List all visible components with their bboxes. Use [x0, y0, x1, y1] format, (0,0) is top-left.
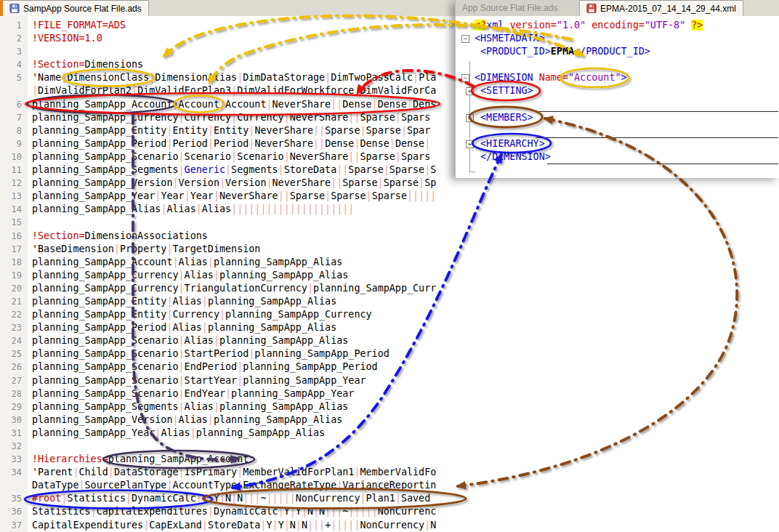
code-line[interactable]: 21planning_SampApp_Entity|Alias|planning…: [0, 295, 471, 308]
code-line[interactable]: + <SETTING>: [456, 84, 779, 97]
code-line[interactable]: 19planning_SampApp_Currency|Alias|planni…: [0, 269, 471, 282]
code-line[interactable]: −<DIMENSION Name="Account">: [456, 71, 779, 84]
line-number: 4: [0, 58, 32, 71]
line-number: 25: [0, 347, 32, 360]
line-number: 27: [0, 374, 32, 387]
collapsed-fold-line-members: [536, 137, 778, 138]
tab-sampapp-source-flat-file[interactable]: SampApp Source Flat File.ads: [3, 0, 149, 16]
code-line[interactable]: 12planning_SampApp_Version|Version|Versi…: [0, 177, 471, 190]
line-number: 36: [0, 505, 32, 518]
code-line[interactable]: 36Statistics|CapitalExpenditures|Dynamic…: [0, 505, 471, 518]
code-line[interactable]: 22planning_SampApp_Entity|Currency|plann…: [0, 308, 471, 321]
code-line[interactable]: 11planning_SampApp_Segments|Generic|Segm…: [0, 164, 471, 177]
floppy-unsaved-icon: [586, 4, 597, 13]
code-line[interactable]: 24planning_SampApp_Scenario|Alias|planni…: [0, 334, 471, 347]
line-number: 2: [0, 32, 32, 45]
tab-label: EPMA-2015_07_14_14_29_44.xml: [600, 4, 736, 14]
code-line[interactable]: 16!Section=DimensionAssociations: [0, 230, 471, 243]
tab-app-source-flat-file[interactable]: App Source Flat File.ads: [456, 0, 580, 16]
line-number: 21: [0, 295, 32, 308]
code-line[interactable]: 13planning_SampApp_Year|Year|Year|NeverS…: [0, 190, 471, 203]
code-line[interactable]: 31planning_SampApp_Year|Alias|planning_S…: [0, 427, 471, 440]
code-line[interactable]: 3: [0, 45, 471, 58]
code-line[interactable]: 5'Name|DimensionClass|DimensionAlias|Dim…: [0, 71, 471, 84]
code-line[interactable]: 2!VERSION=1.0: [0, 32, 471, 45]
line-number: 1: [0, 19, 32, 32]
collapsed-fold-line-hierarchy: [547, 164, 778, 164]
line-number: 17: [0, 243, 32, 256]
collapsed-fold-line-setting: [536, 111, 778, 112]
code-line[interactable]: 35#root|Statistics|DynamicCalc|Y|Y|N|N||…: [0, 492, 471, 505]
line-number: 11: [0, 164, 32, 177]
code-line[interactable]: 33!Hierarchies=planning_SampApp_Account: [0, 453, 471, 466]
line-number: 37: [0, 519, 32, 532]
line-number: 19: [0, 269, 32, 282]
code-line[interactable]: 6planning_SampApp_Account|Account|Accoun…: [0, 98, 471, 111]
tab-label: SampApp Source Flat File.ads: [23, 4, 142, 14]
code-line[interactable]: 37CapitalExpenditures|CapExLand|StoreDat…: [0, 519, 471, 532]
code-line[interactable]: 28planning_SampApp_Scenario|EndYear|plan…: [0, 387, 471, 400]
code-line[interactable]: 14planning_SampApp_Alias|Alias|Alias||||…: [0, 203, 471, 216]
line-number: 33: [0, 453, 32, 466]
code-line[interactable]: 7planning_SampApp_Currency|Currency|Curr…: [0, 111, 471, 124]
code-line[interactable]: [456, 98, 779, 111]
code-line[interactable]: + <MEMBERS>: [456, 111, 779, 124]
line-number: 7: [0, 111, 32, 124]
code-line[interactable]: 29planning_SampApp_Segments|Alias|planni…: [0, 400, 471, 414]
floppy-saved-icon: [9, 4, 20, 13]
right-tab-bar: App Source Flat File.ads EPMA-2015_07_14…: [456, 0, 779, 17]
line-number: 3: [0, 45, 32, 58]
line-number: 34: [0, 466, 32, 479]
fold-guide-corner: [469, 172, 475, 172]
code-line[interactable]: [456, 58, 779, 71]
code-line[interactable]: 18planning_SampApp_Account|Alias|plannin…: [0, 256, 471, 269]
line-number: 26: [0, 360, 32, 374]
line-number: 23: [0, 321, 32, 334]
xml-code-area[interactable]: <?xml version="1.0" encoding="UTF-8" ?>−…: [456, 16, 779, 178]
code-line[interactable]: <PRODUCT_ID>EPMA</PRODUCT_ID>: [456, 45, 779, 58]
line-number: 30: [0, 414, 32, 427]
line-number: 32: [0, 440, 32, 453]
code-line[interactable]: 20planning_SampApp_Currency|Triangulatio…: [0, 282, 471, 295]
fold-expand-toggle[interactable]: +: [466, 87, 474, 95]
line-number: 31: [0, 427, 32, 440]
line-number: 5: [0, 71, 32, 84]
line-number: 22: [0, 308, 32, 321]
code-line[interactable]: 32: [0, 440, 471, 453]
line-number: 12: [0, 177, 32, 190]
line-number: 20: [0, 282, 32, 295]
code-line[interactable]: 27planning_SampApp_Scenario|StartYear|pl…: [0, 374, 471, 387]
code-line[interactable]: <?xml version="1.0" encoding="UTF-8" ?>: [456, 19, 779, 32]
line-number: 29: [0, 400, 32, 414]
tab-epma-xml[interactable]: EPMA-2015_07_14_14_29_44.xml: [580, 0, 743, 16]
code-line[interactable]: 17'BaseDimension|Property|TargetDimensio…: [0, 243, 471, 256]
code-line[interactable]: 23planning_SampApp_Period|Alias|planning…: [0, 321, 471, 334]
line-number: 24: [0, 334, 32, 347]
flat-file-editor-window: SampApp Source Flat File.ads 1!FILE_FORM…: [0, 0, 471, 532]
code-line[interactable]: [456, 124, 779, 137]
code-line[interactable]: 1!FILE_FORMAT=ADS: [0, 19, 471, 32]
code-line[interactable]: 15: [0, 216, 471, 229]
ads-code-area[interactable]: 1!FILE_FORMAT=ADS2!VERSION=1.034!Section…: [0, 16, 471, 532]
screenshot-stage: SampApp Source Flat File.ads 1!FILE_FORM…: [0, 0, 779, 532]
code-line[interactable]: 25planning_SampApp_Scenario|StartPeriod|…: [0, 347, 471, 360]
line-number: 6: [0, 98, 32, 111]
code-line[interactable]: −<HSMETADATA>: [456, 32, 779, 45]
code-line[interactable]: 8planning_SampApp_Entity|Entity|Entity|N…: [0, 124, 471, 137]
fold-collapse-toggle[interactable]: −: [461, 35, 469, 43]
line-number: 35: [0, 492, 32, 505]
code-line[interactable]: </DIMENSION>: [456, 150, 779, 164]
code-line[interactable]: 26planning_SampApp_Scenario|EndPeriod|pl…: [0, 360, 471, 374]
fold-expand-toggle[interactable]: +: [466, 140, 474, 148]
code-line[interactable]: 34'Parent|Child|DataStorage|IsPrimary|Me…: [0, 466, 471, 479]
fold-collapse-toggle[interactable]: −: [461, 74, 469, 82]
code-line[interactable]: + <HIERARCHY>: [456, 137, 779, 150]
code-line[interactable]: DataType|SourcePlanType|AccountType|Exch…: [0, 479, 471, 492]
fold-expand-toggle[interactable]: +: [466, 114, 474, 122]
code-line[interactable]: 10planning_SampApp_Scenario|Scenario|Sce…: [0, 150, 471, 164]
xml-editor-window: App Source Flat File.ads EPMA-2015_07_14…: [455, 0, 779, 178]
code-line[interactable]: 9planning_SampApp_Period|Period|Period|N…: [0, 137, 471, 150]
code-line[interactable]: |DimValidForPlan2|DimValidForPlan3|DimVa…: [0, 84, 471, 97]
code-line[interactable]: 4!Section=Dimensions: [0, 58, 471, 71]
code-line[interactable]: 30planning_SampApp_Version|Alias|plannin…: [0, 414, 471, 427]
